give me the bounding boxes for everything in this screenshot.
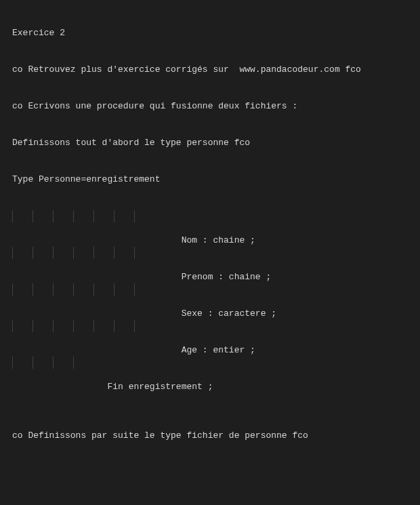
code-text: Sexe : caractere ;	[33, 308, 276, 319]
code-text: Prenom : chaine ;	[33, 272, 271, 282]
code-editor[interactable]: Exercice 2 co Retrouvez plus d'exercice …	[0, 0, 420, 505]
code-line: co Definissons par suite le type fichier…	[12, 430, 420, 442]
code-line	[12, 466, 420, 479]
code-text: Fin enregistrement ;	[33, 382, 213, 392]
code-line: Definissons tout d'abord le type personn…	[12, 137, 420, 149]
code-line: Sexe : caractere ;	[12, 283, 420, 296]
code-text: Age : entier ;	[33, 345, 255, 355]
code-text: Nom : chaine ;	[33, 235, 255, 245]
code-line: Type Personne=enregistrement	[12, 174, 420, 186]
code-line: Nom : chaine ;	[12, 210, 420, 222]
code-line: Prenom : chaine ;	[12, 247, 420, 259]
code-line: Fin enregistrement ;	[12, 357, 420, 369]
code-line	[12, 393, 420, 405]
code-line: Age : entier ;	[12, 320, 420, 332]
code-line: co Ecrivons une procedure qui fusionne d…	[12, 100, 420, 113]
code-line: Exercice 2	[12, 27, 420, 39]
code-line: co Retrouvez plus d'exercice corrigés su…	[12, 64, 420, 76]
